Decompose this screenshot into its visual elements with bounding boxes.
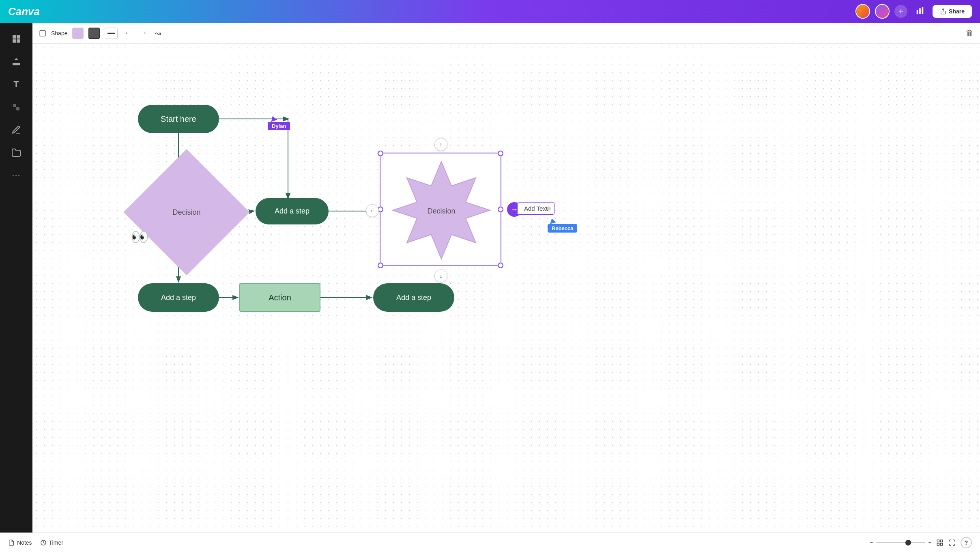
decision2-star[interactable]: Decision: [380, 153, 502, 267]
delete-button[interactable]: 🗑: [965, 28, 974, 38]
handle-tl[interactable]: [378, 151, 383, 156]
expand-up-arrow[interactable]: ↑: [434, 138, 447, 151]
zoom-minus[interactable]: −: [870, 539, 873, 546]
svg-rect-1: [919, 8, 921, 14]
svg-text:Decision: Decision: [427, 207, 455, 215]
step2-node[interactable]: Add a step: [138, 283, 219, 312]
step3-node[interactable]: Add a step: [373, 283, 454, 312]
handle-br[interactable]: [498, 263, 503, 268]
fullscreen-button[interactable]: [948, 539, 956, 546]
rebecca-cursor: Rebecca: [548, 218, 556, 223]
toolbar-right: 🗑: [965, 28, 974, 38]
expand-down-arrow[interactable]: ↓: [434, 270, 447, 282]
svg-rect-19: [937, 540, 939, 542]
svg-rect-0: [917, 10, 918, 14]
notes-button[interactable]: Notes: [8, 539, 32, 546]
svg-rect-6: [40, 30, 45, 36]
start-node[interactable]: Start here: [138, 105, 219, 133]
eyes-sticker[interactable]: 👀: [131, 229, 149, 246]
grid-view-button[interactable]: [936, 539, 943, 546]
svg-rect-22: [941, 543, 943, 545]
avatar-user1[interactable]: [855, 4, 870, 19]
dylan-cursor: Dylan: [268, 116, 277, 121]
selection-box: Decision: [380, 153, 501, 266]
action-node[interactable]: Action: [239, 283, 320, 312]
timer-button[interactable]: Timer: [40, 539, 63, 546]
step1-node[interactable]: Add a step: [256, 198, 329, 224]
arrow-curve-button[interactable]: ↝: [153, 28, 163, 39]
svg-rect-5: [16, 107, 19, 110]
svg-rect-20: [941, 540, 943, 542]
color-swatch-dark[interactable]: [88, 28, 100, 39]
color-swatch-light[interactable]: [72, 28, 84, 39]
sidebar-item-more[interactable]: ···: [6, 166, 26, 185]
share-button[interactable]: Share: [933, 5, 972, 18]
decision1-wrapper: Decision: [142, 168, 231, 257]
zoom-track[interactable]: [876, 542, 925, 543]
toolbar: Shape ← → ↝ 🗑: [32, 23, 980, 44]
svg-point-4: [13, 104, 16, 107]
sidebar-item-upload[interactable]: [6, 52, 26, 71]
sidebar-item-elements[interactable]: [6, 97, 26, 117]
add-text-box[interactable]: Add Text: [517, 202, 554, 215]
zoom-plus[interactable]: +: [928, 539, 931, 546]
analytics-button[interactable]: [912, 4, 928, 19]
canvas: Start here Decision 👀 Add a step Add a s…: [32, 44, 980, 533]
avatar-user2[interactable]: [875, 4, 890, 19]
bottom-left-actions: Notes Timer: [8, 539, 63, 546]
sidebar-item-text[interactable]: T: [6, 75, 26, 94]
svg-rect-21: [937, 543, 939, 545]
svg-rect-2: [922, 7, 924, 14]
sidebar: T ···: [0, 23, 32, 533]
handle-bl[interactable]: [378, 263, 383, 268]
arrow-left-button[interactable]: ←: [122, 28, 133, 38]
topbar-right-actions: + Share: [855, 4, 972, 19]
topbar: Canva + Share: [0, 0, 980, 23]
bottom-right-actions: − + ?: [870, 537, 972, 548]
sidebar-item-folder[interactable]: [6, 143, 26, 162]
line-style-button[interactable]: [105, 28, 118, 39]
shape-tool-icon: [39, 30, 46, 37]
help-button[interactable]: ?: [961, 537, 972, 548]
sidebar-item-draw[interactable]: [6, 120, 26, 140]
handle-mr[interactable]: [498, 207, 503, 212]
add-collaborator-button[interactable]: +: [894, 5, 907, 18]
handle-tr[interactable]: [498, 151, 503, 156]
decision1-node[interactable]: [123, 149, 249, 275]
logo: Canva: [8, 5, 40, 18]
zoom-control[interactable]: − +: [870, 539, 931, 546]
bottombar: Notes Timer − + ?: [0, 533, 980, 552]
sidebar-item-grid[interactable]: [6, 29, 26, 49]
expand-left-arrow[interactable]: ←: [366, 204, 379, 217]
arrow-right-button[interactable]: →: [138, 28, 148, 38]
shape-label: Shape: [51, 30, 67, 37]
zoom-thumb[interactable]: [905, 540, 911, 546]
